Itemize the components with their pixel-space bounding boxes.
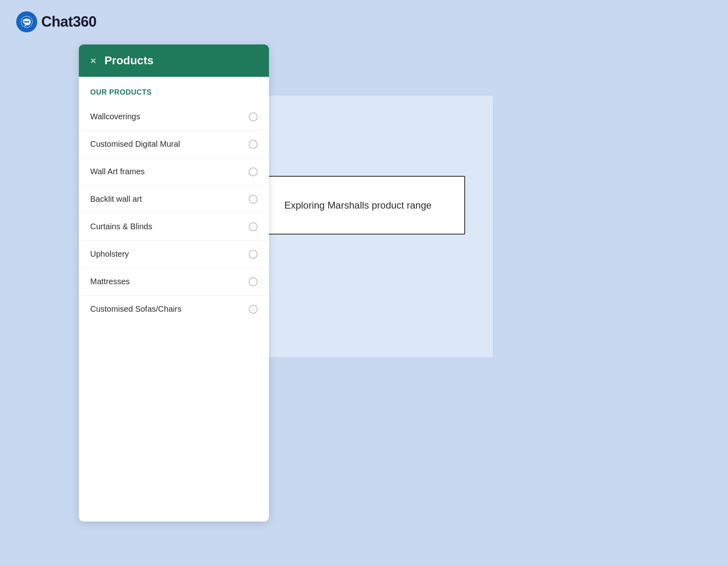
- product-name: Wallcoverings: [90, 112, 140, 121]
- list-item[interactable]: Customised Digital Mural: [79, 131, 269, 158]
- product-name: Backlit wall art: [90, 194, 142, 204]
- tooltip-text: Exploring Marshalls product range: [284, 199, 432, 212]
- radio-circle[interactable]: [249, 140, 258, 149]
- product-name: Upholstery: [90, 249, 129, 259]
- list-item[interactable]: Mattresses: [79, 268, 269, 296]
- product-name: Customised Digital Mural: [90, 139, 180, 149]
- chat-panel-header: × Products: [79, 44, 269, 77]
- tooltip-box: Exploring Marshalls product range: [251, 176, 465, 234]
- product-name: Wall Art frames: [90, 167, 145, 176]
- products-list: WallcoveringsCustomised Digital MuralWal…: [79, 103, 269, 323]
- chat-panel-body: OUR PRODUCTS WallcoveringsCustomised Dig…: [79, 77, 269, 522]
- list-item[interactable]: Curtains & Blinds: [79, 213, 269, 241]
- logo-icon: [16, 11, 37, 32]
- product-name: Curtains & Blinds: [90, 222, 152, 231]
- radio-circle[interactable]: [249, 277, 258, 286]
- list-item[interactable]: Backlit wall art: [79, 186, 269, 213]
- list-item[interactable]: Wall Art frames: [79, 158, 269, 186]
- radio-circle[interactable]: [249, 305, 258, 314]
- list-item[interactable]: Upholstery: [79, 241, 269, 268]
- list-item[interactable]: Wallcoverings: [79, 103, 269, 131]
- radio-circle[interactable]: [249, 167, 258, 176]
- radio-circle[interactable]: [249, 195, 258, 204]
- product-name: Mattresses: [90, 277, 130, 286]
- radio-circle[interactable]: [249, 250, 258, 259]
- section-label: OUR PRODUCTS: [79, 88, 269, 103]
- radio-circle[interactable]: [249, 112, 258, 121]
- svg-point-2: [26, 21, 28, 23]
- list-item[interactable]: Customised Sofas/Chairs: [79, 296, 269, 323]
- logo-area: Chat360: [16, 11, 97, 32]
- product-name: Customised Sofas/Chairs: [90, 304, 182, 314]
- logo-text: Chat360: [41, 13, 97, 30]
- svg-point-3: [28, 21, 29, 23]
- chat-panel: × Products OUR PRODUCTS WallcoveringsCus…: [79, 44, 269, 522]
- svg-point-1: [24, 21, 26, 23]
- radio-circle[interactable]: [249, 222, 258, 231]
- close-button[interactable]: ×: [90, 55, 96, 66]
- panel-title: Products: [104, 54, 153, 67]
